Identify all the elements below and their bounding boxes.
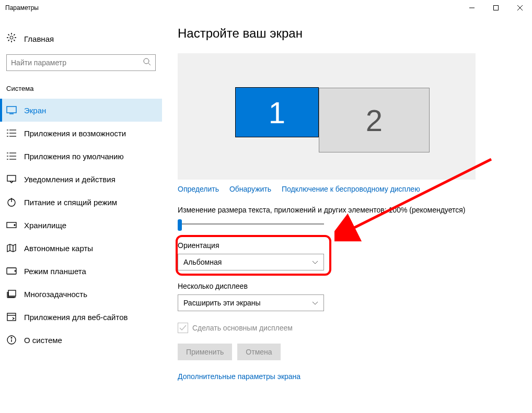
sidebar: Главная Система Экран Приложения и возмо… xyxy=(0,16,162,413)
search-text[interactable] xyxy=(11,58,143,67)
nav-label: Приложения по умолчанию xyxy=(24,152,124,161)
search-icon xyxy=(143,57,151,68)
nav-label: Уведомления и действия xyxy=(24,175,115,184)
info-icon xyxy=(6,335,17,345)
slider-thumb[interactable] xyxy=(178,219,182,231)
svg-point-37 xyxy=(11,337,12,338)
make-main-checkbox: Сделать основным дисплеем xyxy=(178,323,516,333)
nav-label: О системе xyxy=(24,336,62,345)
orientation-label: Ориентация xyxy=(178,241,516,250)
svg-point-29 xyxy=(15,270,16,272)
monitor-1[interactable]: 1 xyxy=(235,87,319,137)
nav-label: Режим планшета xyxy=(24,267,86,276)
nav-label: Экран xyxy=(24,106,46,115)
make-main-label: Сделать основным дисплеем xyxy=(192,324,293,332)
sidebar-item-webapps[interactable]: Приложения для веб-сайтов xyxy=(0,305,162,328)
checkbox-icon xyxy=(178,323,188,333)
sidebar-item-about[interactable]: О системе xyxy=(0,328,162,351)
multiple-label: Несколько дисплеев xyxy=(178,282,516,290)
scale-slider[interactable] xyxy=(178,219,324,229)
maps-icon xyxy=(6,243,17,253)
nav-label: Многозадачность xyxy=(24,290,87,299)
advanced-link[interactable]: Дополнительные параметры экрана xyxy=(178,372,300,381)
nav-label: Приложения для веб-сайтов xyxy=(24,313,128,322)
nav-label: Питание и спящий режим xyxy=(24,198,117,207)
svg-point-25 xyxy=(14,225,15,226)
nav-label: Автономные карты xyxy=(24,244,93,253)
identify-link[interactable]: Определить xyxy=(178,185,219,193)
sidebar-item-power[interactable]: Питание и спящий режим xyxy=(0,191,162,214)
svg-line-6 xyxy=(148,63,151,65)
multitask-icon xyxy=(6,289,17,299)
page-title: Настройте ваш экран xyxy=(178,26,516,41)
sidebar-item-storage[interactable]: Хранилище xyxy=(0,214,162,237)
webapps-icon xyxy=(6,312,17,322)
nav-label: Приложения и возможности xyxy=(24,129,126,138)
sidebar-item-tablet[interactable]: Режим планшета xyxy=(0,259,162,282)
chevron-down-icon xyxy=(312,258,318,266)
orientation-value: Альбомная xyxy=(183,258,222,266)
window-titlebar: Параметры xyxy=(0,0,532,16)
monitor-2[interactable]: 2 xyxy=(319,88,430,152)
cancel-button[interactable]: Отмена xyxy=(237,344,280,360)
tablet-icon xyxy=(6,266,17,276)
detect-link[interactable]: Обнаружить xyxy=(229,185,271,193)
home-button[interactable]: Главная xyxy=(0,28,162,49)
svg-rect-30 xyxy=(8,290,16,296)
defaults-icon xyxy=(6,151,17,161)
sidebar-item-multitask[interactable]: Многозадачность xyxy=(0,282,162,305)
maximize-button[interactable] xyxy=(484,0,508,16)
window-title: Параметры xyxy=(5,4,39,11)
display-icon xyxy=(6,105,17,115)
gear-icon xyxy=(6,32,17,45)
svg-rect-33 xyxy=(7,313,16,321)
storage-icon xyxy=(6,220,17,230)
power-icon xyxy=(6,197,17,207)
apply-button[interactable]: Применить xyxy=(178,344,232,360)
sidebar-item-maps[interactable]: Автономные карты xyxy=(0,237,162,259)
orientation-combo[interactable]: Альбомная xyxy=(178,254,324,270)
chevron-down-icon xyxy=(312,299,318,307)
multiple-combo[interactable]: Расширить эти экраны xyxy=(178,294,324,311)
apps-list-icon xyxy=(6,128,17,138)
scale-label: Изменение размера текста, приложений и д… xyxy=(178,206,516,214)
multiple-value: Расширить эти экраны xyxy=(183,299,261,307)
search-input[interactable] xyxy=(6,54,156,71)
home-label: Главная xyxy=(24,34,54,43)
wireless-link[interactable]: Подключение к беспроводному дисплею xyxy=(282,185,420,193)
sidebar-item-display[interactable]: Экран xyxy=(0,99,162,122)
minimize-button[interactable] xyxy=(460,0,484,16)
nav-label: Хранилище xyxy=(24,221,66,230)
sidebar-item-default-apps[interactable]: Приложения по умолчанию xyxy=(0,145,162,168)
display-preview[interactable]: 1 2 xyxy=(178,53,476,180)
sidebar-item-notifications[interactable]: Уведомления и действия xyxy=(0,168,162,191)
slider-track xyxy=(178,223,324,225)
close-button[interactable] xyxy=(508,0,532,16)
sidebar-item-apps[interactable]: Приложения и возможности xyxy=(0,122,162,145)
svg-point-5 xyxy=(144,58,149,64)
notifications-icon xyxy=(6,174,17,184)
svg-rect-1 xyxy=(494,6,499,10)
svg-rect-7 xyxy=(7,107,16,113)
section-label: Система xyxy=(0,80,162,97)
svg-rect-21 xyxy=(7,175,16,181)
svg-point-4 xyxy=(10,36,13,39)
